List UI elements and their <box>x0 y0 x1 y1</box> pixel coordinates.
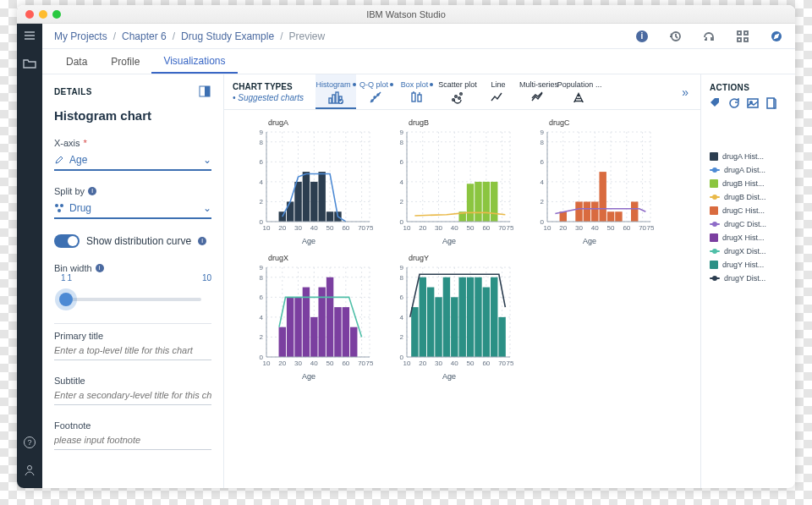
info-dot-icon[interactable]: i <box>96 264 104 272</box>
splitby-select[interactable]: Drug ⌄ <box>54 200 211 219</box>
xaxis-select[interactable]: Age ⌄ <box>54 151 211 171</box>
svg-rect-135 <box>591 201 598 222</box>
svg-point-20 <box>374 96 376 98</box>
svg-rect-138 <box>615 211 622 222</box>
histogram-drugA[interactable]: drugA 0246891020304050607075 Age <box>244 118 373 245</box>
compass-icon[interactable] <box>770 30 783 43</box>
actions-label: ACTIONS <box>710 83 787 92</box>
user-icon[interactable] <box>23 464 36 480</box>
svg-rect-63 <box>318 172 325 222</box>
svg-text:6: 6 <box>540 158 545 166</box>
charttype-population[interactable]: Population ... <box>559 74 600 109</box>
menu-toggle-icon[interactable] <box>23 29 36 45</box>
svg-text:75: 75 <box>507 224 513 232</box>
svg-text:4: 4 <box>400 314 404 321</box>
legend-item[interactable]: drugX Dist... <box>710 247 787 255</box>
svg-text:2: 2 <box>540 198 545 206</box>
svg-text:75: 75 <box>507 360 513 367</box>
svg-text:70: 70 <box>498 224 506 232</box>
svg-rect-173 <box>294 297 301 357</box>
legend-item[interactable]: drugY Hist... <box>710 261 787 269</box>
subtitle-input[interactable] <box>54 386 211 405</box>
svg-text:70: 70 <box>358 360 365 367</box>
xaxis-label: X-axis * <box>54 138 211 148</box>
legend-item[interactable]: drugC Hist... <box>710 206 787 215</box>
crumb-study[interactable]: Drug Study Example <box>181 30 274 42</box>
svg-rect-221 <box>491 277 497 357</box>
svg-point-27 <box>455 95 458 97</box>
charttype-scatter[interactable]: Scatter plot <box>437 74 478 109</box>
suggested-charts-link[interactable]: • Suggested charts <box>233 93 304 102</box>
svg-text:50: 50 <box>467 360 475 367</box>
charttype-line[interactable]: Line <box>478 74 518 109</box>
legend-item[interactable]: drugY Dist... <box>710 274 787 283</box>
svg-text:8: 8 <box>400 274 404 282</box>
help-icon[interactable]: ? <box>23 436 36 452</box>
histogram-drugY[interactable]: drugY 0246891020304050607075 Age <box>385 254 513 381</box>
info-dot-icon[interactable]: i <box>198 237 206 245</box>
svg-text:8: 8 <box>260 139 264 146</box>
histogram-drugB[interactable]: drugB 0246891020304050607075 Age <box>385 118 513 245</box>
chevron-down-icon: ⌄ <box>203 202 211 214</box>
share-icon[interactable] <box>736 30 749 43</box>
details-expand-icon[interactable] <box>198 85 211 98</box>
headset-icon[interactable] <box>702 30 716 43</box>
window-title: IBM Watson Studio <box>17 9 795 19</box>
charttype-qq[interactable]: Q-Q plot <box>356 74 397 109</box>
splitby-label: Split by i <box>54 186 211 196</box>
svg-text:50: 50 <box>467 224 475 232</box>
history-icon[interactable] <box>668 30 682 43</box>
legend-item[interactable]: drugA Dist... <box>710 166 787 174</box>
export-image-icon[interactable] <box>747 97 759 112</box>
tab-profile[interactable]: Profile <box>99 49 151 74</box>
pencil-icon <box>54 155 64 165</box>
svg-rect-211 <box>411 307 418 357</box>
details-label: DETAILS <box>54 87 92 96</box>
crumb-projects[interactable]: My Projects <box>54 30 107 42</box>
svg-text:75: 75 <box>366 224 373 232</box>
svg-point-11 <box>55 204 58 207</box>
expand-chart-types-icon[interactable]: » <box>678 85 692 99</box>
tab-visualizations[interactable]: Visualizations <box>151 49 237 74</box>
svg-text:75: 75 <box>366 360 373 367</box>
legend-item[interactable]: drugA Hist... <box>710 152 787 161</box>
tag-icon[interactable] <box>710 97 721 112</box>
legend-item[interactable]: drugC Dist... <box>710 220 787 228</box>
chart-types-label: CHART TYPES <box>233 82 304 91</box>
footnote-input[interactable] <box>54 431 211 450</box>
legend-item[interactable]: drugB Hist... <box>710 179 787 188</box>
binwidth-slider[interactable] <box>54 286 211 308</box>
histogram-drugC[interactable]: drugC 0246891020304050607075 Age <box>525 118 654 245</box>
svg-text:8: 8 <box>400 139 404 146</box>
crumb-chapter[interactable]: Chapter 6 <box>122 30 167 42</box>
primary-title-label: Primary title <box>54 331 211 341</box>
svg-rect-61 <box>303 172 310 222</box>
tab-data[interactable]: Data <box>54 49 99 74</box>
app-window: IBM Watson Studio ? My Projects/ <box>17 5 795 488</box>
info-dot-icon[interactable]: i <box>88 187 96 195</box>
svg-text:10: 10 <box>403 224 411 232</box>
svg-text:4: 4 <box>400 178 404 186</box>
histogram-drugX[interactable]: drugX 0246891020304050607075 Age <box>244 254 373 381</box>
distribution-toggle[interactable] <box>54 234 80 248</box>
legend-item[interactable]: drugX Hist... <box>710 233 787 242</box>
charttype-box[interactable]: Box plot <box>397 74 437 109</box>
svg-point-12 <box>60 204 63 207</box>
svg-text:30: 30 <box>575 224 583 232</box>
export-data-icon[interactable] <box>765 97 777 112</box>
refresh-icon[interactable] <box>728 97 740 112</box>
primary-title-input[interactable] <box>54 341 211 360</box>
folder-icon[interactable] <box>23 57 36 73</box>
info-icon[interactable]: i <box>636 30 648 42</box>
charttype-multi[interactable]: Multi-series <box>518 74 559 109</box>
svg-rect-222 <box>498 317 505 357</box>
charttype-histogram[interactable]: Histogram <box>315 74 356 109</box>
svg-rect-215 <box>443 277 450 357</box>
svg-text:20: 20 <box>419 224 426 232</box>
svg-text:6: 6 <box>260 294 264 301</box>
svg-rect-6 <box>738 38 741 41</box>
svg-text:10: 10 <box>263 224 271 232</box>
svg-text:50: 50 <box>607 224 615 232</box>
svg-rect-136 <box>599 172 606 222</box>
legend-item[interactable]: drugB Dist... <box>710 193 787 201</box>
